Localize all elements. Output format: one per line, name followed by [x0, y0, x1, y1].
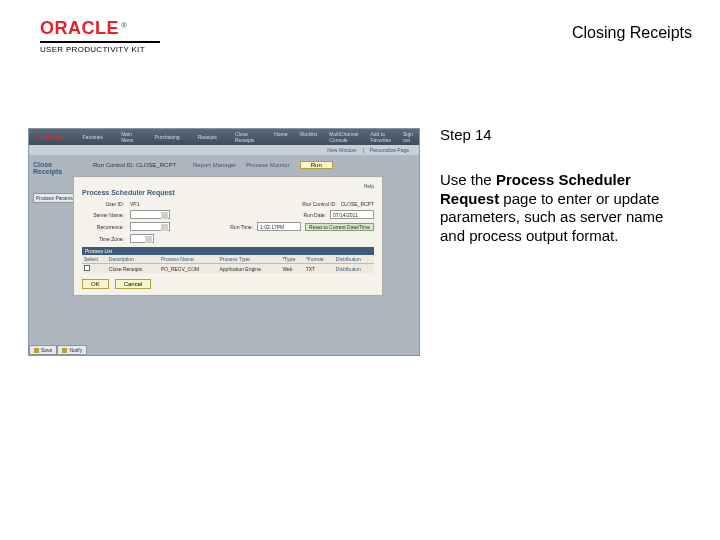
nav-item[interactable]: Favorites — [83, 134, 104, 140]
personalize-link[interactable]: Personalize Page — [370, 147, 409, 153]
brand-text: ORACLE — [40, 18, 119, 38]
trademark-icon: ® — [121, 21, 127, 30]
cell-process-name: PO_RECV_COM — [159, 264, 218, 274]
nav-link[interactable]: Sign out — [403, 131, 413, 143]
ok-button[interactable]: OK — [82, 279, 109, 289]
nav-item[interactable]: Purchasing — [155, 134, 180, 140]
new-window-link[interactable]: New Window — [327, 147, 356, 153]
process-monitor-link[interactable]: Process Monitor — [246, 162, 289, 168]
main-panel: Run Control ID: CLOSE_RCPT Report Manage… — [85, 155, 419, 355]
help-link[interactable]: Help — [364, 183, 374, 189]
nav-link[interactable]: Worklist — [300, 131, 318, 143]
process-list-header: Process List — [82, 247, 374, 255]
user-id-label: User ID: — [82, 201, 124, 207]
table-row: Close Receipts PO_RECV_COM Application E… — [82, 264, 374, 274]
header: ORACLE® USER PRODUCTIVITY KIT Closing Re… — [40, 18, 692, 62]
oracle-logo-block: ORACLE® USER PRODUCTIVITY KIT — [40, 18, 160, 54]
process-scheduler-modal: Help Process Scheduler Request User ID: … — [73, 176, 383, 296]
cancel-button[interactable]: Cancel — [115, 279, 152, 289]
server-name-label: Server Name: — [82, 212, 124, 218]
server-name-select[interactable] — [130, 210, 170, 219]
app-subnav: New Window | Personalize Page — [29, 145, 419, 155]
reset-datetime-button[interactable]: Reset to Current Date/Time — [305, 223, 374, 231]
recurrence-label: Recurrence: — [82, 224, 124, 230]
run-button[interactable]: Run — [300, 161, 333, 169]
divider — [40, 41, 160, 43]
recurrence-select[interactable] — [130, 222, 170, 231]
nav-item[interactable]: Receipts — [198, 134, 217, 140]
time-zone-select[interactable] — [130, 234, 154, 243]
report-manager-link[interactable]: Report Manager — [193, 162, 236, 168]
embedded-screenshot: ORACLE Favorites Main Menu Purchasing Re… — [28, 128, 420, 356]
table-header-row: Select Description Process Name Process … — [82, 255, 374, 264]
cell-description: Close Receipts — [107, 264, 159, 274]
run-date-label: Run Date: — [303, 212, 326, 218]
save-icon — [34, 348, 39, 353]
run-time-label: Run Time: — [230, 224, 253, 230]
run-date-input[interactable]: 07/14/2011 — [330, 210, 374, 219]
page-action-bar: Save Notify — [29, 345, 87, 355]
notify-icon — [62, 348, 67, 353]
notify-button[interactable]: Notify — [57, 345, 87, 355]
run-control-label: Run Control ID: CLOSE_RCPT — [93, 162, 183, 168]
nav-item[interactable]: Close Receipts — [235, 131, 256, 143]
modal-title: Process Scheduler Request — [82, 189, 374, 196]
instructions-panel: Step 14 Use the Process Scheduler Reques… — [440, 126, 692, 246]
brand-subline: USER PRODUCTIVITY KIT — [40, 45, 160, 54]
save-button[interactable]: Save — [29, 345, 57, 355]
run-control-id-label: Run Control ID: — [302, 201, 336, 207]
step-label: Step 14 — [440, 126, 692, 145]
run-control-id-value: CLOSE_RCPT — [341, 201, 374, 207]
nav-link[interactable]: MultiChannel Console — [329, 131, 358, 143]
type-select[interactable]: Web — [282, 266, 292, 272]
time-zone-label: Time Zone: — [82, 236, 124, 242]
user-id-value: VP1 — [130, 201, 139, 207]
page-title: Closing Receipts — [572, 24, 692, 42]
nav-link[interactable]: Add to Favorites — [370, 131, 391, 143]
page-heading: Close Receipts — [33, 161, 81, 175]
format-select[interactable]: TXT — [306, 266, 315, 272]
select-checkbox[interactable] — [84, 265, 90, 271]
cell-process-type: Application Engine — [218, 264, 281, 274]
nav-item[interactable]: Main Menu — [121, 131, 137, 143]
app-brand: ORACLE — [35, 134, 65, 141]
process-list: Process List Select Description Process … — [82, 247, 374, 273]
process-params-tab[interactable]: Process Params — [33, 193, 76, 203]
nav-link[interactable]: Home — [274, 131, 287, 143]
instruction-text: Use the Process Scheduler Request page t… — [440, 171, 692, 246]
app-nav-bar: ORACLE Favorites Main Menu Purchasing Re… — [29, 129, 419, 145]
distribution-link[interactable]: Distribution — [336, 266, 361, 272]
run-time-input[interactable]: 1:02:17PM — [257, 222, 301, 231]
